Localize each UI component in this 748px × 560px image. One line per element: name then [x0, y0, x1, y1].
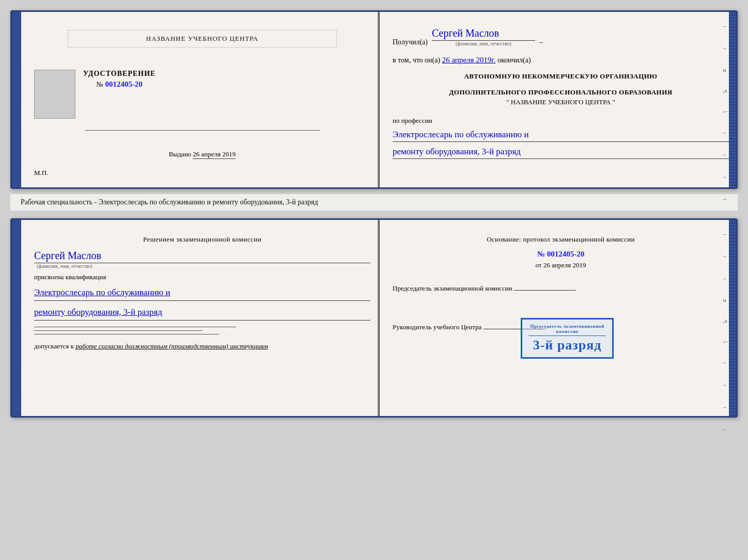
- lower-right-page: Основание: протокол экзаменационной коми…: [380, 220, 736, 416]
- resheniem-text: Решением экзаменационной комиссии: [34, 235, 370, 244]
- upper-left-page: НАЗВАНИЕ УЧЕБНОГО ЦЕНТРА УДОСТОВЕРЕНИЕ №…: [21, 12, 379, 187]
- stamp: Председатель экзаменационной комиссии 3-…: [521, 318, 614, 359]
- spine-right: [729, 12, 736, 187]
- lower-certificate: Решением экзаменационной комиссии Сергей…: [10, 218, 738, 418]
- qualification-line2: ремонту оборудования, 3-й разряд: [34, 305, 370, 321]
- ot-label: от: [535, 261, 541, 269]
- lower-spine-right: [729, 220, 736, 416]
- osnovanie-text: Основание: протокол экзаменационной коми…: [393, 235, 729, 244]
- cert-title-box: НАЗВАНИЕ УЧЕБНОГО ЦЕНТРА: [68, 30, 337, 47]
- vtom-line: в том, что он(а) 26 апреля 2019г. окончи…: [393, 56, 729, 65]
- qualification-line1: Электрослесарь по обслуживанию и: [34, 285, 370, 301]
- dopuskaetsya-text: работе согласно должностным (производств…: [75, 342, 268, 350]
- mp-label: М.П.: [34, 169, 48, 177]
- protocol-prefix: №: [537, 250, 545, 258]
- upper-right-page: Получил(а) Сергей Маслов (фамилия, имя, …: [380, 12, 736, 187]
- page-container: НАЗВАНИЕ УЧЕБНОГО ЦЕНТРА УДОСТОВЕРЕНИЕ №…: [10, 10, 738, 418]
- chairman-label: Председатель экзаменационной комиссии: [393, 284, 512, 292]
- lower-spine-left: [12, 220, 21, 416]
- lower-person-name: Сергей Маслов (фамилия, имя, отчество): [34, 250, 370, 269]
- dopuskaetsya-label: допускается к: [34, 342, 74, 350]
- right-dashes: – – и ,а ‹– – – – –: [723, 22, 728, 203]
- cert-number: 0012405-20: [105, 80, 143, 88]
- protocol-num: 0012405-20: [547, 250, 585, 258]
- vtom-label: в том, что он(а): [393, 56, 440, 64]
- vydano-line: Выдано 26 апреля 2019: [34, 150, 370, 158]
- ot-date: 26 апреля 2019: [543, 261, 586, 269]
- fio-small-label: (фамилия, имя, отчество): [432, 41, 535, 46]
- spine-left: [12, 12, 21, 187]
- poluchil-line: Получил(а) Сергей Маслов (фамилия, имя, …: [393, 27, 729, 46]
- profession-line2: ремонту оборудования, 3-й разряд: [393, 145, 729, 159]
- org-line1: АВТОНОМНУЮ НЕКОММЕРЧЕСКУЮ ОРГАНИЗАЦИЮ: [393, 72, 729, 81]
- upper-left-title: НАЗВАНИЕ УЧЕБНОГО ЦЕНТРА: [146, 35, 258, 42]
- lower-person-name-hw: Сергей Маслов: [34, 250, 370, 263]
- vydano-date: 26 апреля 2019: [193, 150, 236, 159]
- lower-left-page: Решением экзаменационной комиссии Сергей…: [21, 220, 379, 416]
- vtom-date: 26 апреля 2019г.: [442, 56, 496, 64]
- udostoverenie-section: УДОСТОВЕРЕНИЕ № 0012405-20: [83, 70, 155, 89]
- vydano-label: Выдано: [169, 150, 191, 158]
- okončil-label: окончил(а): [497, 56, 531, 64]
- poluchil-label: Получил(а): [393, 38, 428, 46]
- lower-fio-small: (фамилия, имя, отчество): [37, 263, 370, 269]
- protocol-number: № 0012405-20: [393, 250, 729, 259]
- ot-date-line: от 26 апреля 2019: [393, 261, 729, 269]
- udostoverenie-label: УДОСТОВЕРЕНИЕ: [83, 70, 155, 78]
- photo-placeholder: [34, 70, 75, 119]
- poluchil-name: Сергей Маслов: [432, 27, 535, 41]
- number-prefix: №: [97, 81, 103, 88]
- rukov-label: Руководитель учебного Центра: [393, 323, 482, 331]
- lower-right-dashes: – – – и ,а ‹– – – – –: [723, 230, 728, 433]
- prisvoena-text: присвоена квалификация: [34, 273, 370, 281]
- upper-certificate: НАЗВАНИЕ УЧЕБНОГО ЦЕНТРА УДОСТОВЕРЕНИЕ №…: [10, 10, 738, 189]
- org-quote: " НАЗВАНИЕ УЧЕБНОГО ЦЕНТРА ": [393, 98, 729, 106]
- profession-line1: Электрослесарь по обслуживанию и: [393, 127, 729, 142]
- dash-separator: –: [539, 38, 543, 46]
- po-professii-label: по профессии: [393, 117, 729, 125]
- description-line: Рабочая специальность - Электрослесарь п…: [10, 194, 738, 211]
- org-line2: ДОПОЛНИТЕЛЬНОГО ПРОФЕССИОНАЛЬНОГО ОБРАЗО…: [393, 88, 729, 97]
- chairman-text: Председатель экзаменационной комиссии: [393, 280, 729, 293]
- description-text: Рабочая специальность - Электрослесарь п…: [21, 198, 318, 206]
- dopuskaetsya-section: допускается к работе согласно должностны…: [34, 342, 370, 350]
- stamp-container: Председатель экзаменационной комиссии 3-…: [521, 318, 614, 364]
- lower-qualification: Электрослесарь по обслуживанию и ремонту…: [34, 285, 370, 321]
